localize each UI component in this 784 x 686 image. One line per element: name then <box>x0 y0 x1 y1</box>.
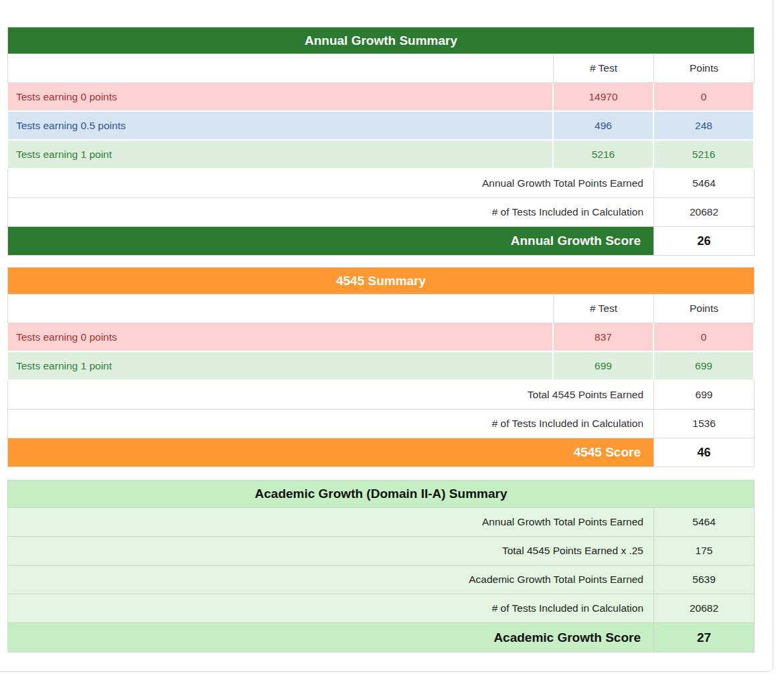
summary-4545-score-value: 46 <box>654 438 755 467</box>
summary-value: 5464 <box>654 508 755 537</box>
academic-total-points-row: Academic Growth Total Points Earned 5639 <box>7 566 755 594</box>
academic-growth-title-row: Academic Growth (Domain II-A) Summary <box>7 480 755 508</box>
annual-growth-title-row: Annual Growth Summary <box>7 27 755 54</box>
row-label: Tests earning 1 point <box>7 141 554 169</box>
summary-4545-score-row: 4545 Score 46 <box>7 438 755 467</box>
annual-growth-tests-included-row: # of Tests Included in Calculation 20682 <box>7 198 755 227</box>
row-test-count: 14970 <box>554 83 654 112</box>
annual-growth-total-points-row: Annual Growth Total Points Earned 5464 <box>7 169 755 198</box>
row-label: Tests earning 0 points <box>7 83 554 112</box>
summary-label: Academic Growth Total Points Earned <box>7 566 654 594</box>
row-label: Tests earning 0 points <box>7 323 554 352</box>
summary-4545-test-column-header: # Test <box>554 294 654 323</box>
summary-value: 5464 <box>654 169 755 198</box>
academic-growth-score-value: 27 <box>654 623 755 653</box>
summary-value: 20682 <box>654 198 755 227</box>
summary-4545-title-row: 4545 Summary <box>7 267 755 294</box>
annual-growth-empty-header-cell <box>7 54 554 83</box>
summary-value: 699 <box>654 381 755 410</box>
annual-growth-points-column-header: Points <box>654 54 755 83</box>
row-test-count: 699 <box>554 352 654 381</box>
row-test-count: 837 <box>554 323 654 352</box>
summary-4545-total-points-row: Total 4545 Points Earned 699 <box>7 381 755 410</box>
summary-4545-one-point-row: Tests earning 1 point 699 699 <box>7 352 755 381</box>
summary-label: Annual Growth Total Points Earned <box>7 169 654 198</box>
row-points: 5216 <box>654 141 755 169</box>
summary-label: # of Tests Included in Calculation <box>7 198 654 227</box>
academic-growth-title: Academic Growth (Domain II-A) Summary <box>7 480 755 508</box>
academic-4545-points-x25-row: Total 4545 Points Earned x .25 175 <box>7 537 755 566</box>
annual-growth-score-value: 26 <box>654 227 755 256</box>
annual-growth-title: Annual Growth Summary <box>7 27 755 54</box>
summary-4545-title: 4545 Summary <box>7 267 755 294</box>
academic-annual-total-points-row: Annual Growth Total Points Earned 5464 <box>7 508 755 537</box>
summary-4545-tests-included-row: # of Tests Included in Calculation 1536 <box>7 410 755 438</box>
annual-growth-column-header-row: # Test Points <box>7 54 755 83</box>
annual-growth-half-points-row: Tests earning 0.5 points 496 248 <box>7 112 755 141</box>
row-points: 699 <box>654 352 755 381</box>
row-test-count: 496 <box>554 112 654 141</box>
summary-value: 20682 <box>654 594 755 623</box>
summary-label: # of Tests Included in Calculation <box>7 594 654 623</box>
academic-growth-score-label: Academic Growth Score <box>7 623 654 653</box>
annual-growth-one-point-row: Tests earning 1 point 5216 5216 <box>7 141 755 169</box>
summary-value: 5639 <box>654 566 755 594</box>
annual-growth-zero-points-row: Tests earning 0 points 14970 0 <box>7 83 755 112</box>
annual-growth-score-label: Annual Growth Score <box>7 227 654 256</box>
academic-growth-summary-table: Academic Growth (Domain II-A) Summary An… <box>7 480 755 653</box>
summary-value: 175 <box>654 537 755 566</box>
row-test-count: 5216 <box>554 141 654 169</box>
summary-4545-points-column-header: Points <box>654 294 755 323</box>
annual-growth-score-row: Annual Growth Score 26 <box>7 227 755 256</box>
summary-value: 1536 <box>654 410 755 438</box>
summary-label: Annual Growth Total Points Earned <box>7 508 654 537</box>
annual-growth-test-column-header: # Test <box>554 54 654 83</box>
summary-4545-table: 4545 Summary # Test Points Tests earning… <box>7 267 755 467</box>
summary-label: Total 4545 Points Earned <box>7 381 654 410</box>
annual-growth-summary-table: Annual Growth Summary # Test Points Test… <box>7 27 755 256</box>
academic-tests-included-row: # of Tests Included in Calculation 20682 <box>7 594 755 623</box>
row-label: Tests earning 0.5 points <box>7 112 554 141</box>
summary-4545-zero-points-row: Tests earning 0 points 837 0 <box>7 323 755 352</box>
summary-label: Total 4545 Points Earned x .25 <box>7 537 654 566</box>
row-label: Tests earning 1 point <box>7 352 554 381</box>
row-points: 248 <box>654 112 755 141</box>
row-points: 0 <box>654 83 755 112</box>
summary-label: # of Tests Included in Calculation <box>7 410 654 438</box>
summary-4545-empty-header-cell <box>7 294 554 323</box>
academic-growth-score-row: Academic Growth Score 27 <box>7 623 755 653</box>
summary-4545-score-label: 4545 Score <box>7 438 654 467</box>
summary-4545-column-header-row: # Test Points <box>7 294 755 323</box>
row-points: 0 <box>654 323 755 352</box>
